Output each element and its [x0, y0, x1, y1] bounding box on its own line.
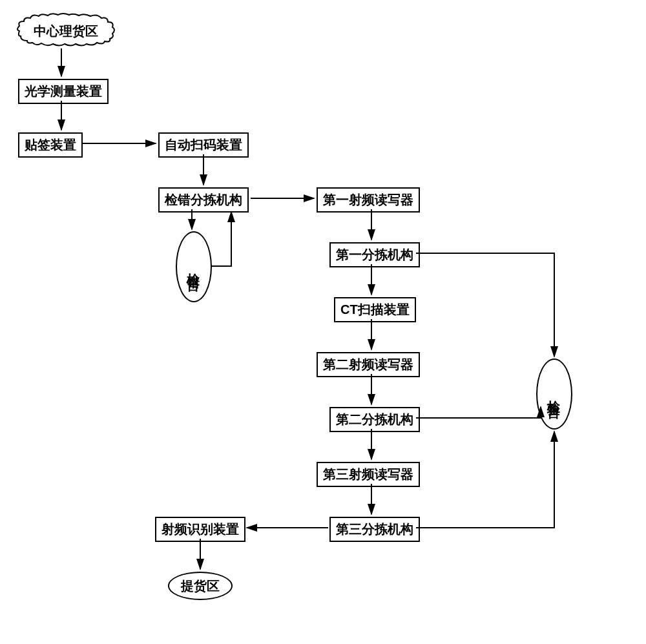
ellipse-pickup: 提货区 — [168, 572, 233, 600]
box-label-device: 贴签装置 — [18, 132, 83, 158]
flowchart-canvas: 中心理货区 光学测量装置 贴签装置 自动扫码装置 检错分拣机构 检错台 第一射频… — [0, 0, 646, 644]
box-label: 检错分拣机构 — [165, 192, 242, 207]
ellipse-label: 检验台 — [546, 390, 563, 398]
box-label: 第一分拣机构 — [336, 247, 413, 262]
cloud-label: 中心理货区 — [34, 23, 98, 40]
box-label: 第三射频读写器 — [323, 467, 413, 481]
box-rf1: 第一射频读写器 — [317, 187, 420, 213]
box-label: 光学测量装置 — [25, 84, 102, 98]
box-label: 第二射频读写器 — [323, 357, 413, 371]
ellipse-inspect: 检验台 — [536, 358, 572, 430]
box-auto-scan: 自动扫码装置 — [158, 132, 249, 158]
box-sort1: 第一分拣机构 — [329, 242, 420, 267]
box-label: 第二分拣机构 — [336, 412, 413, 426]
ellipse-label: 提货区 — [181, 577, 220, 595]
box-label: 自动扫码装置 — [165, 138, 242, 152]
box-label: 第一射频读写器 — [323, 192, 413, 207]
box-ct: CT扫描装置 — [334, 297, 416, 322]
box-optical: 光学测量装置 — [18, 79, 109, 104]
box-rf2: 第二射频读写器 — [317, 352, 420, 377]
cloud-central-tally: 中心理货区 — [14, 12, 118, 50]
box-error-sort: 检错分拣机构 — [158, 187, 249, 213]
ellipse-label: 检错台 — [185, 263, 203, 271]
box-label: 第三分拣机构 — [336, 522, 413, 536]
box-rfid: 射频识别装置 — [155, 517, 245, 542]
box-label: 贴签装置 — [25, 138, 76, 152]
ellipse-error-station: 检错台 — [176, 231, 212, 302]
box-sort2: 第二分拣机构 — [329, 407, 420, 432]
box-rf3: 第三射频读写器 — [317, 462, 420, 487]
box-label: 射频识别装置 — [162, 522, 239, 536]
box-label: CT扫描装置 — [340, 302, 410, 317]
box-sort3: 第三分拣机构 — [329, 517, 420, 542]
